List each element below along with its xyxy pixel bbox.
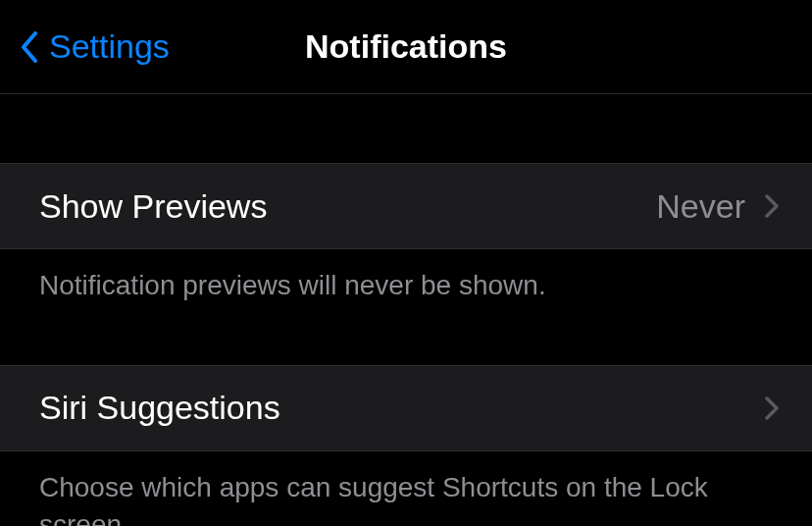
back-button[interactable]: Settings [0,27,170,67]
show-previews-row[interactable]: Show Previews Never [0,163,812,249]
back-label: Settings [49,27,170,66]
chevron-left-icon [18,27,41,67]
section-gap [0,304,812,365]
page-title: Notifications [305,27,507,66]
show-previews-label: Show Previews [39,187,656,226]
section-spacer [0,94,812,163]
siri-suggestions-footer: Choose which apps can suggest Shortcuts … [0,451,812,526]
show-previews-value: Never [656,187,745,226]
nav-header: Settings Notifications [0,0,812,94]
chevron-right-icon [763,394,781,422]
siri-suggestions-row[interactable]: Siri Suggestions [0,365,812,451]
chevron-right-icon [763,192,781,220]
siri-suggestions-label: Siri Suggestions [39,389,763,427]
show-previews-footer: Notification previews will never be show… [0,249,812,304]
